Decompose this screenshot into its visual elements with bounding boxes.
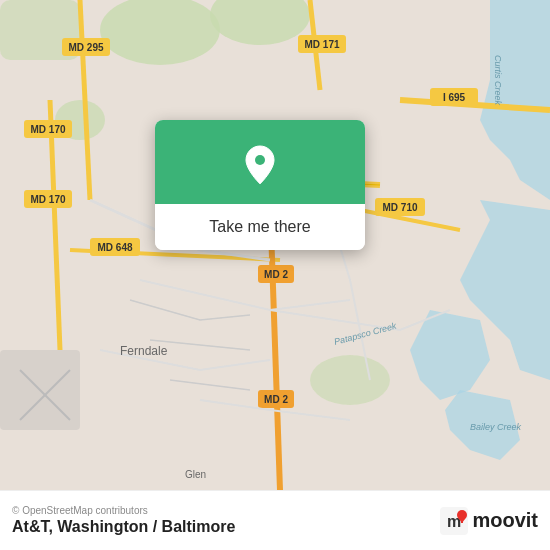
svg-text:I 695: I 695 bbox=[443, 92, 466, 103]
bottom-bar: © OpenStreetMap contributors At&T, Washi… bbox=[0, 490, 550, 550]
popup-card: Take me there bbox=[155, 120, 365, 250]
moovit-brand-text: moovit bbox=[472, 509, 538, 532]
attribution-text: © OpenStreetMap contributors bbox=[12, 505, 235, 516]
svg-text:MD 648: MD 648 bbox=[97, 242, 132, 253]
moovit-logo: m moovit bbox=[440, 507, 538, 535]
svg-point-34 bbox=[255, 155, 265, 165]
moovit-brand-icon: m bbox=[440, 507, 468, 535]
location-pin-icon bbox=[238, 142, 282, 186]
svg-text:Bailey Creek: Bailey Creek bbox=[470, 422, 522, 432]
svg-text:Curtis Creek: Curtis Creek bbox=[493, 55, 503, 106]
popup-header bbox=[155, 120, 365, 204]
svg-text:MD 171: MD 171 bbox=[304, 39, 339, 50]
take-me-there-button[interactable]: Take me there bbox=[155, 204, 365, 250]
svg-point-5 bbox=[310, 355, 390, 405]
svg-text:Ferndale: Ferndale bbox=[120, 344, 168, 358]
svg-text:MD 2: MD 2 bbox=[264, 394, 288, 405]
svg-text:MD 295: MD 295 bbox=[68, 42, 103, 53]
svg-text:MD 2: MD 2 bbox=[264, 269, 288, 280]
svg-text:MD 710: MD 710 bbox=[382, 202, 417, 213]
svg-text:MD 170: MD 170 bbox=[30, 124, 65, 135]
svg-text:MD 170: MD 170 bbox=[30, 194, 65, 205]
location-name: At&T, Washington / Baltimore bbox=[12, 518, 235, 536]
svg-text:Glen: Glen bbox=[185, 469, 206, 480]
bottom-left: © OpenStreetMap contributors At&T, Washi… bbox=[12, 505, 235, 536]
map-container: I 895 I 695 MD 295 MD 171 MD 170 MD 170 … bbox=[0, 0, 550, 490]
